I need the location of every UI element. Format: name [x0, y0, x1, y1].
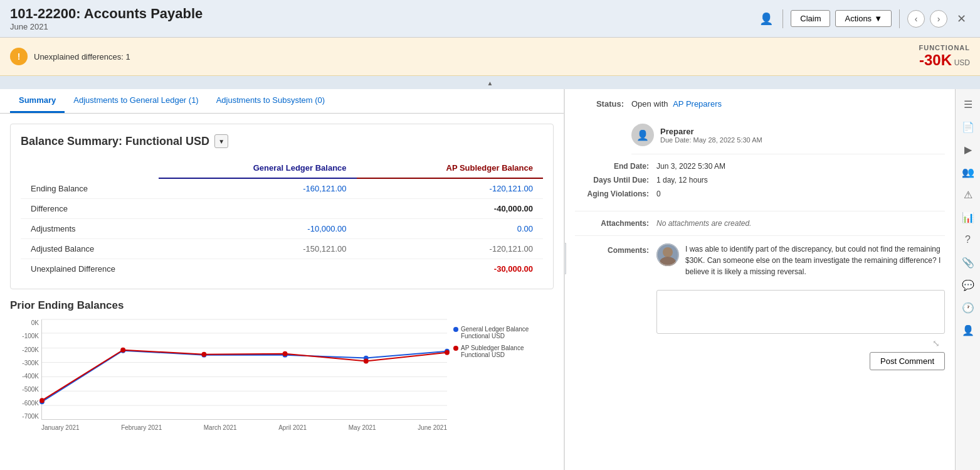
tab-adjustments-gl[interactable]: Adjustments to General Ledger (1): [65, 89, 207, 113]
y-label: 0K: [10, 319, 39, 326]
warning-icon: !: [10, 48, 28, 65]
y-label: -500K: [10, 386, 39, 393]
status-row: Status: Open with AP Preparers: [575, 99, 945, 111]
preparer-name: Preparer: [660, 127, 762, 136]
gl-balance-header: General Ledger Balance: [159, 158, 357, 178]
preparer-due: Due Date: May 28, 2022 5:30 AM: [660, 136, 762, 144]
aging-value: 0: [656, 190, 661, 198]
end-date-value: Jun 3, 2022 5:30 AM: [656, 162, 725, 171]
collapse-right-handle[interactable]: ◀: [564, 243, 566, 274]
close-button[interactable]: ✕: [952, 10, 970, 28]
days-due-label: Days Until Due:: [575, 176, 656, 184]
warning-icon[interactable]: ⚠: [958, 184, 978, 205]
tab-summary[interactable]: Summary: [10, 89, 65, 113]
y-label: -200K: [10, 346, 39, 353]
prior-ending-balances-section: Prior Ending Balances 0K-100K-200K-300K-…: [10, 299, 554, 431]
chart-wrapper: 0K-100K-200K-300K-400K-500K-600K-700K: [41, 319, 447, 422]
user-icon-button[interactable]: 👤: [757, 10, 775, 28]
functional-currency: USD: [954, 58, 970, 67]
legend-gl: General Ledger Balance Functional USD: [453, 326, 551, 339]
svg-point-17: [364, 359, 369, 364]
preparer-info: Preparer Due Date: May 28, 2022 5:30 AM: [660, 127, 762, 144]
attachments-row: Attachments: No attachments are created.: [575, 219, 945, 236]
right-sidebar: ☰📄▶👥⚠📊?📎💬🕐👤: [955, 89, 980, 470]
svg-point-16: [283, 351, 288, 356]
row-gl-value: -160,121.00: [159, 178, 357, 199]
legend-gl-label: General Ledger Balance Functional USD: [461, 326, 551, 339]
actions-arrow-icon: ▼: [874, 14, 882, 23]
chart-y-labels: 0K-100K-200K-300K-400K-500K-600K-700K: [10, 319, 39, 420]
x-label: April 2021: [278, 424, 307, 431]
attachments-value: No attachments are created.: [656, 219, 751, 228]
warning-text: Unexplained differences: 1: [34, 52, 130, 61]
y-label: -700K: [10, 413, 39, 420]
data-icon[interactable]: 📊: [958, 207, 978, 227]
chart-x-labels: January 2021February 2021March 2021April…: [41, 422, 447, 431]
ap-preparers-link[interactable]: AP Preparers: [673, 99, 722, 109]
row-gl-value: [159, 259, 357, 279]
svg-point-13: [40, 398, 45, 403]
svg-point-15: [201, 352, 206, 357]
right-panel: ◀ Status: Open with AP Preparers 👤 Prepa…: [564, 89, 955, 470]
tab-adjustments-subsystem[interactable]: Adjustments to Subsystem (0): [208, 89, 334, 113]
svg-point-18: [445, 350, 450, 355]
y-label: -100K: [10, 333, 39, 339]
period-label: June 2021: [10, 22, 203, 31]
row-label: Adjustments: [21, 219, 159, 239]
y-label: -600K: [10, 400, 39, 407]
play-icon[interactable]: ▶: [958, 139, 978, 159]
help-icon[interactable]: ?: [958, 230, 978, 250]
row-ap-value: -120,121.00: [357, 178, 543, 199]
comments-content: I was able to identify part of the discr…: [656, 243, 945, 370]
y-label: -400K: [10, 373, 39, 380]
attachment-icon[interactable]: 📎: [958, 252, 978, 272]
users-settings-icon[interactable]: 👥: [958, 162, 978, 182]
row-label: Adjusted Balance: [21, 239, 159, 259]
post-comment-button[interactable]: Post Comment: [870, 352, 945, 370]
collapse-bar[interactable]: ▲: [0, 76, 980, 89]
header: 101-22200: Accounts Payable June 2021 👤 …: [0, 0, 980, 38]
history-icon[interactable]: 🕐: [958, 297, 978, 318]
header-title-block: 101-22200: Accounts Payable June 2021: [10, 6, 203, 31]
left-panel: Summary Adjustments to General Ledger (1…: [0, 89, 564, 470]
header-divider2: [899, 9, 900, 28]
col-label-header: [21, 158, 159, 178]
x-label: May 2021: [349, 424, 376, 431]
functional-label: FUNCTIONAL: [919, 44, 971, 51]
prev-nav-button[interactable]: ‹: [907, 10, 925, 28]
row-label: Ending Balance: [21, 178, 159, 199]
x-label: June 2021: [418, 424, 447, 431]
comment-avatar: [656, 243, 679, 266]
svg-point-20: [660, 257, 676, 266]
resize-icon: ⤡: [932, 338, 940, 348]
warning-left: ! Unexplained differences: 1: [10, 48, 130, 65]
row-ap-value: -30,000.00: [357, 259, 543, 279]
comment-item: I was able to identify part of the discr…: [656, 243, 945, 277]
row-gl-value: -150,121.00: [159, 239, 357, 259]
settings-user-icon[interactable]: 👤: [958, 320, 978, 340]
balance-summary-dropdown[interactable]: ▼: [214, 134, 228, 148]
comments-section: Comments: I was able to identify part of…: [575, 243, 945, 370]
document-icon[interactable]: 📄: [958, 117, 978, 137]
next-nav-button[interactable]: ›: [930, 10, 947, 28]
balance-summary-card: Balance Summary: Functional USD ▼ Genera…: [10, 124, 554, 289]
days-due-row: Days Until Due: 1 day, 12 hours: [575, 176, 945, 184]
balance-table-row: Adjustments -10,000.00 0.00: [21, 219, 543, 239]
claim-button[interactable]: Claim: [791, 10, 830, 27]
ap-balance-header: AP Subledger Balance: [357, 158, 543, 178]
end-date-row: End Date: Jun 3, 2022 5:30 AM: [575, 162, 945, 171]
aging-row: Aging Violations: 0: [575, 190, 945, 198]
row-ap-value: -40,000.00: [357, 199, 543, 219]
svg-point-14: [120, 348, 125, 353]
actions-button[interactable]: Actions ▼: [835, 10, 892, 27]
prior-balances-title: Prior Ending Balances: [10, 299, 554, 312]
balance-table: General Ledger Balance AP Subledger Bala…: [21, 158, 543, 279]
days-due-value: 1 day, 12 hours: [656, 176, 708, 184]
preparer-avatar: 👤: [631, 124, 654, 146]
list-icon[interactable]: ☰: [958, 94, 978, 114]
legend-ap-label: AP Subledger Balance Functional USD: [461, 344, 551, 358]
comment-input[interactable]: [656, 290, 945, 334]
chat-icon[interactable]: 💬: [958, 275, 978, 295]
legend-gl-dot: [453, 327, 458, 332]
x-label: March 2021: [204, 424, 237, 431]
